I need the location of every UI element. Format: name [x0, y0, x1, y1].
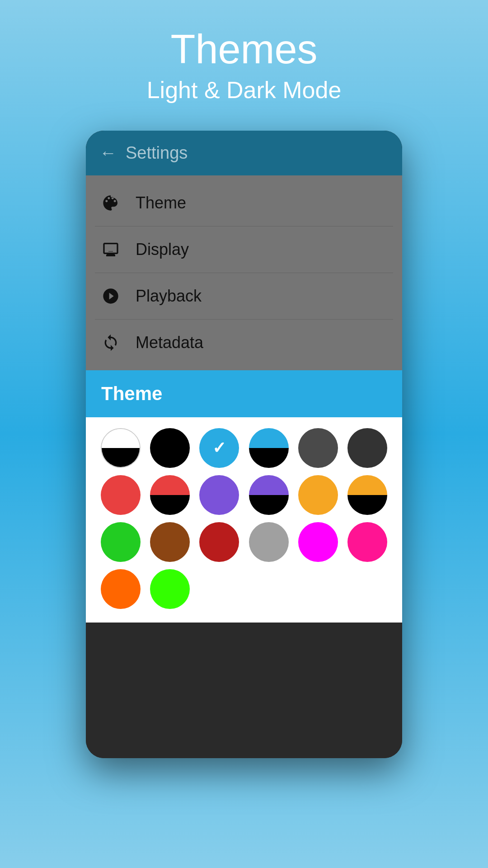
- color-option-orange[interactable]: [101, 569, 141, 609]
- back-button[interactable]: ←: [99, 143, 117, 163]
- settings-label-display: Display: [136, 240, 189, 259]
- color-option-bw-half[interactable]: [101, 428, 141, 468]
- settings-label-metadata: Metadata: [136, 333, 203, 352]
- color-option-lime[interactable]: [150, 569, 190, 609]
- theme-dialog: Theme: [86, 370, 402, 623]
- app-bar: ← Settings: [86, 131, 402, 175]
- color-option-hot-pink[interactable]: [347, 522, 387, 562]
- color-option-cyan-black-half[interactable]: [249, 428, 289, 468]
- color-option-green[interactable]: [101, 522, 141, 562]
- color-option-red-black-half[interactable]: [150, 475, 190, 515]
- color-option-dark-red[interactable]: [199, 522, 239, 562]
- settings-item-metadata[interactable]: Metadata: [86, 320, 402, 366]
- page-subtitle: Light & Dark Mode: [18, 76, 470, 104]
- settings-label-playback: Playback: [136, 287, 202, 306]
- theme-dialog-header: Theme: [86, 370, 402, 417]
- color-option-cyan[interactable]: [199, 428, 239, 468]
- color-option-black[interactable]: [150, 428, 190, 468]
- color-option-silver[interactable]: [249, 522, 289, 562]
- app-bar-title: Settings: [126, 143, 188, 163]
- page-header: Themes Light & Dark Mode: [0, 0, 488, 122]
- page-title: Themes: [18, 27, 470, 72]
- settings-list: Theme Display Playback: [86, 175, 402, 370]
- color-option-yellow[interactable]: [298, 475, 338, 515]
- sync-icon: [99, 331, 122, 354]
- palette-icon: [99, 192, 122, 214]
- color-option-darker-gray[interactable]: [347, 428, 387, 468]
- color-option-dark-gray[interactable]: [298, 428, 338, 468]
- color-option-yellow-black-half[interactable]: [347, 475, 387, 515]
- theme-colors-grid: [86, 417, 402, 623]
- color-option-purple-black-half[interactable]: [249, 475, 289, 515]
- color-option-purple[interactable]: [199, 475, 239, 515]
- settings-label-theme: Theme: [136, 193, 186, 212]
- settings-item-theme[interactable]: Theme: [86, 180, 402, 226]
- phone-bottom-area: [86, 623, 402, 758]
- color-option-magenta[interactable]: [298, 522, 338, 562]
- color-option-brown[interactable]: [150, 522, 190, 562]
- play-icon: [99, 285, 122, 307]
- theme-dialog-title: Theme: [101, 383, 162, 404]
- settings-item-playback[interactable]: Playback: [86, 273, 402, 319]
- settings-item-display[interactable]: Display: [86, 226, 402, 273]
- phone-frame: ← Settings Theme Display: [86, 131, 402, 758]
- color-option-red[interactable]: [101, 475, 141, 515]
- display-icon: [99, 238, 122, 261]
